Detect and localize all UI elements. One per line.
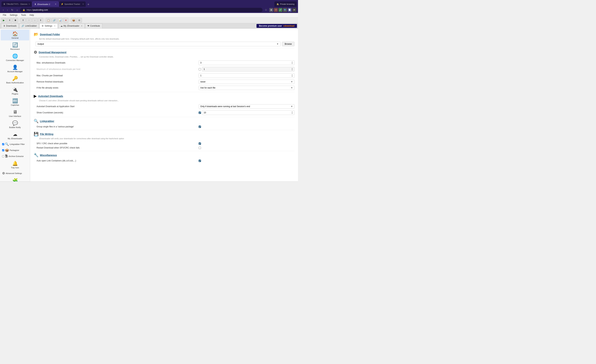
- toolbar-link[interactable]: 🔗: [52, 18, 57, 22]
- home-button[interactable]: ⌂: [15, 8, 19, 12]
- tab-glances[interactable]: 🖥 73fec6b77471 - Glances ✕: [1, 1, 32, 7]
- dropdown-arrow: ▼: [276, 43, 279, 45]
- tab-close-settings[interactable]: ✕: [54, 25, 56, 27]
- ext-icon-5[interactable]: 📑: [288, 8, 292, 12]
- app-tab-settings[interactable]: ⚙ Settings ✕: [39, 23, 58, 28]
- sidebar-item-account[interactable]: 👤 Account Manager: [1, 63, 29, 74]
- linkgrabber-filter-checkbox[interactable]: [2, 143, 4, 145]
- sfv-checkbox[interactable]: [199, 142, 201, 145]
- packagizer-label: Packagizer: [10, 149, 19, 151]
- remove-finished-select[interactable]: never ▼: [199, 80, 294, 84]
- toolbar-up2[interactable]: ↑: [26, 18, 32, 22]
- max-chunks-value: 1: [200, 74, 201, 77]
- sidebar-item-general[interactable]: 🏠 General: [1, 30, 29, 40]
- sidebar-item-bubble-notify[interactable]: 💬 Bubble Notify: [1, 119, 29, 130]
- menu-settings[interactable]: Settings: [8, 13, 19, 17]
- download-mgmt-title[interactable]: Download Management: [39, 51, 66, 54]
- sidebar-item-extension-modules[interactable]: 🧩 Extension Modules: [1, 177, 29, 181]
- section-header-download-folder: 📂 Download Folder: [34, 32, 294, 37]
- max-chunks-input[interactable]: 1 ▲▼: [199, 73, 294, 78]
- sidebar-item-linkgrabber-filter[interactable]: 🔍 Linkgrabber Filter: [1, 141, 29, 147]
- max-per-host-checkbox[interactable]: [199, 68, 201, 70]
- sidebar-item-packagizer[interactable]: 📦 Packagizer: [1, 147, 29, 153]
- back-button[interactable]: ‹: [2, 8, 5, 12]
- tab-jdownloader[interactable]: ⬇ JDownloader 2 ✕: [32, 1, 59, 7]
- tab-favicon-3: ⚡: [61, 3, 64, 5]
- browse-button[interactable]: Browse: [282, 42, 294, 46]
- autostart-title[interactable]: Autostart Downloads: [38, 95, 63, 97]
- restart-sfv-checkbox[interactable]: [199, 147, 201, 149]
- tab-close-myjdownloader[interactable]: ✕: [81, 25, 82, 27]
- toolbar-graph[interactable]: 📊: [57, 18, 63, 22]
- archive-extractor-checkbox[interactable]: [2, 155, 4, 157]
- toolbar-settings[interactable]: ⚙: [77, 18, 82, 22]
- menu-file[interactable]: File: [1, 13, 8, 17]
- file-exists-select[interactable]: Ask for each file ▼: [199, 86, 294, 90]
- autostart-app-start-select[interactable]: Only if downloads were running at last S…: [199, 104, 294, 109]
- tab-favicon-2: ⬇: [34, 3, 36, 6]
- ext-icon-4[interactable]: 🐦: [283, 8, 287, 12]
- toolbar-down[interactable]: ↓: [32, 18, 37, 22]
- tab-close-3[interactable]: ✕: [82, 3, 84, 5]
- file-writing-title[interactable]: File Writing: [40, 133, 53, 135]
- folder-path-input[interactable]: /output ▼: [36, 42, 281, 46]
- sidebar-item-user-interface[interactable]: 🖥 User Interface: [1, 108, 29, 119]
- linkgrabber-section-title[interactable]: Linkgrabber: [40, 120, 54, 123]
- app-tab-myjdownloader[interactable]: ☁ My JDownloader ✕: [58, 23, 85, 28]
- sidebar-item-advanced-settings[interactable]: ⚙ Advanced Settings: [1, 171, 29, 176]
- max-per-host-input[interactable]: 1 ▲▼: [202, 67, 294, 72]
- group-single-checkbox[interactable]: [199, 126, 201, 128]
- max-simultaneous-input[interactable]: 3 ▲▼: [199, 60, 294, 65]
- sidebar-item-captchas[interactable]: 🔤 Captchas: [1, 97, 29, 107]
- app-tab-contribute[interactable]: ❤ Contribute: [85, 23, 102, 28]
- spinner-arrows-2[interactable]: ▲▼: [291, 67, 293, 71]
- sidebar-item-basic-auth[interactable]: 🔑 Basic Authentication: [1, 74, 29, 85]
- bubble-notify-label: Bubble Notify: [9, 126, 21, 128]
- spinner-arrows-3[interactable]: ▲▼: [291, 74, 293, 77]
- app-tab-downloads[interactable]: ⬇ Downloads: [1, 23, 19, 28]
- app-tab-linkgrabber[interactable]: 🔗 LinkGrabber: [19, 23, 39, 28]
- max-chunks-row: Max. Chunks per Download 1 ▲▼: [37, 72, 294, 79]
- tab-close-2[interactable]: ✕: [55, 3, 56, 5]
- toolbar-cancel[interactable]: ✕: [63, 18, 68, 22]
- countdown-checkbox[interactable]: [199, 111, 201, 114]
- sidebar-item-connection[interactable]: 🌐 Connection Manager: [1, 52, 29, 63]
- toolbar-down2[interactable]: ⬇: [38, 18, 43, 22]
- forward-button[interactable]: ›: [6, 8, 9, 12]
- captchas-icon: 🔤: [12, 98, 18, 104]
- tab-close-1[interactable]: ✕: [28, 3, 30, 5]
- toolbar-stop[interactable]: ⏹: [13, 18, 18, 22]
- new-tab-button[interactable]: +: [86, 2, 91, 7]
- tab-speedtest[interactable]: ⚡ Speedtest Tracker ✕: [59, 1, 86, 7]
- file-writing-icon: 💾: [34, 132, 38, 136]
- toolbar-package[interactable]: 📦: [71, 18, 76, 22]
- premium-badge[interactable]: Become premium user cdownload: [256, 24, 297, 28]
- reload-button[interactable]: ↻: [10, 8, 14, 12]
- download-folder-title[interactable]: Download Folder: [40, 33, 60, 36]
- spinner-arrows-1[interactable]: ▲▼: [291, 61, 293, 64]
- toolbar-pause[interactable]: ⏸: [7, 18, 12, 22]
- ext-icon-1[interactable]: 🖥: [269, 8, 273, 12]
- toolbar-up[interactable]: ⬆: [20, 18, 26, 22]
- sidebar-item-plugins[interactable]: 🔌 Plugins: [1, 86, 29, 96]
- sidebar-item-my-jdownloader[interactable]: ☁ My JDownloader: [1, 130, 29, 141]
- toolbar-clipboard[interactable]: 📋: [45, 18, 51, 22]
- sidebar-item-archive-extractor[interactable]: 🗜 Archive Extractor: [1, 153, 29, 159]
- menu-help[interactable]: Help: [28, 13, 36, 17]
- ext-icon-3[interactable]: 🔗: [278, 8, 282, 12]
- address-input-bar[interactable]: 🔒 https://paulcoding.com: [20, 8, 262, 12]
- countdown-input[interactable]: 10 ▲▼: [202, 110, 294, 115]
- max-simultaneous-value: 3: [200, 62, 201, 64]
- auto-open-checkbox[interactable]: [199, 160, 201, 162]
- sidebar-item-reconnect[interactable]: 🔄 Reconnect: [1, 41, 29, 52]
- spinner-arrows-4[interactable]: ▲▼: [291, 111, 293, 114]
- sidebar-item-tray-icon[interactable]: 🔔 Tray Icon: [1, 159, 29, 170]
- menu-tools[interactable]: Tools: [20, 13, 28, 17]
- misc-title[interactable]: Miscellaneous: [40, 154, 57, 157]
- restart-sfv-row: Restart Download when SFV/CRC check fail…: [37, 146, 294, 150]
- ext-more[interactable]: ≫: [292, 8, 296, 12]
- toolbar-start[interactable]: ▶: [1, 18, 6, 22]
- bookmark-button[interactable]: ☆: [264, 8, 268, 12]
- ext-icon-2[interactable]: 🛡: [274, 8, 278, 12]
- packagizer-checkbox[interactable]: [2, 149, 4, 151]
